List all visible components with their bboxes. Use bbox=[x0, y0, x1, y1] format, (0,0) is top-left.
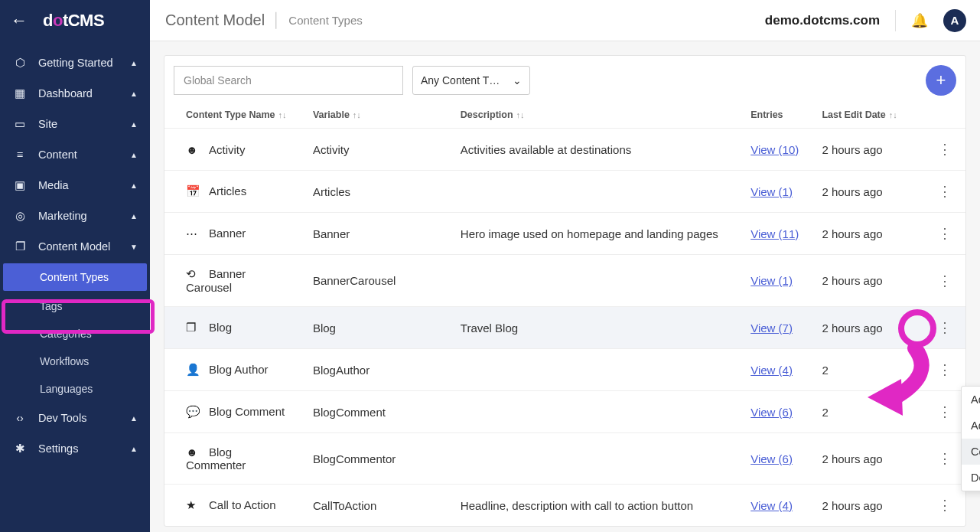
table-row[interactable]: ☻ActivityActivityActivities available at… bbox=[164, 129, 965, 171]
nav-icon: ▭ bbox=[12, 118, 28, 130]
view-entries-link[interactable]: View (6) bbox=[750, 452, 793, 465]
nav-icon: ‹› bbox=[12, 412, 28, 424]
sidebar-item-dashboard[interactable]: ▦Dashboard▲ bbox=[0, 78, 150, 109]
row-menu-button[interactable]: ⋮ bbox=[938, 273, 952, 289]
nav-label: Content Model bbox=[38, 240, 130, 253]
type-variable: CallToAction bbox=[302, 485, 450, 527]
sidebar-item-dev-tools[interactable]: ‹›Dev Tools▲ bbox=[0, 403, 150, 433]
type-name: Blog Author bbox=[209, 363, 269, 376]
type-description: Headline, description with call to actio… bbox=[450, 485, 740, 527]
nav-label: Content bbox=[38, 149, 130, 161]
context-menu-add-to-menu[interactable]: Add to Menu bbox=[962, 413, 980, 439]
sort-icon[interactable]: ↑↓ bbox=[353, 110, 361, 119]
type-variable: Banner bbox=[302, 213, 450, 255]
avatar[interactable]: A bbox=[943, 9, 966, 32]
bell-icon[interactable]: 🔔 bbox=[911, 12, 928, 29]
filter-label: Any Content T… bbox=[421, 74, 500, 86]
view-entries-link[interactable]: View (4) bbox=[750, 499, 793, 512]
sidebar-item-marketing[interactable]: ◎Marketing▲ bbox=[0, 201, 150, 231]
sidebar-subitem-categories[interactable]: Categories bbox=[0, 320, 150, 348]
row-menu-button[interactable]: ⋮ bbox=[938, 184, 952, 199]
view-entries-link[interactable]: View (4) bbox=[750, 364, 793, 377]
nav-label: Marketing bbox=[38, 210, 130, 222]
table-row[interactable]: ❐BlogBlogTravel BlogView (7)2 hours ago⋮ bbox=[164, 307, 965, 349]
view-entries-link[interactable]: View (10) bbox=[750, 143, 799, 156]
sidebar-item-media[interactable]: ▣Media▲ bbox=[0, 170, 150, 201]
type-variable: BlogComment bbox=[302, 391, 450, 433]
add-button[interactable]: + bbox=[926, 65, 956, 96]
table-row[interactable]: 📅ArticlesArticlesView (1)2 hours ago⋮ bbox=[164, 171, 965, 213]
nav-label: Dashboard bbox=[38, 87, 130, 100]
table-row[interactable]: ☻Blog CommenterBlogCommentorView (6)2 ho… bbox=[164, 433, 965, 485]
col-description[interactable]: Description bbox=[461, 109, 513, 120]
type-description bbox=[450, 433, 740, 485]
row-menu-button[interactable]: ⋮ bbox=[938, 320, 952, 335]
type-variable: Blog bbox=[302, 307, 450, 349]
view-entries-link[interactable]: View (11) bbox=[750, 227, 799, 240]
logo: dotCMS bbox=[43, 11, 104, 31]
table-row[interactable]: ⟲Banner CarouselBannerCarouselView (1)2 … bbox=[164, 255, 965, 307]
chevron-up-icon: ▲ bbox=[130, 151, 138, 159]
context-menu-add-to-bundle[interactable]: Add to Bundle bbox=[962, 387, 980, 413]
table-row[interactable]: 💬Blog CommentBlogCommentView (6)2⋮ bbox=[164, 391, 965, 433]
type-description bbox=[450, 255, 740, 307]
sort-icon[interactable]: ↑↓ bbox=[278, 110, 286, 119]
view-entries-link[interactable]: View (1) bbox=[750, 185, 793, 198]
type-variable: BlogAuthor bbox=[302, 349, 450, 391]
nav-icon: ❐ bbox=[12, 240, 28, 253]
chevron-up-icon: ▲ bbox=[130, 181, 138, 190]
sidebar-subitem-languages[interactable]: Languages bbox=[0, 375, 150, 403]
last-edit-date: 2 hours ago bbox=[811, 255, 927, 307]
sort-icon[interactable]: ↑↓ bbox=[516, 110, 525, 119]
row-menu-button[interactable]: ⋮ bbox=[938, 226, 952, 241]
context-menu-delete[interactable]: Delete bbox=[962, 465, 980, 491]
sidebar-item-settings[interactable]: ✱Settings▲ bbox=[0, 433, 150, 464]
sort-icon[interactable]: ↑↓ bbox=[889, 110, 897, 119]
row-menu-button[interactable]: ⋮ bbox=[938, 451, 952, 466]
type-name: Blog Comment bbox=[209, 405, 285, 418]
content-types-table: Content Type Name↑↓ Variable↑↓ Descripti… bbox=[164, 102, 965, 526]
site-name[interactable]: demo.dotcms.com bbox=[765, 13, 880, 28]
type-name: Banner bbox=[209, 227, 246, 240]
nav-label: Settings bbox=[38, 442, 130, 455]
sidebar-item-site[interactable]: ▭Site▲ bbox=[0, 109, 150, 139]
type-icon: ⋯ bbox=[186, 227, 203, 240]
sidebar-subitem-workflows[interactable]: Workflows bbox=[0, 348, 150, 375]
search-input[interactable] bbox=[174, 66, 403, 95]
sidebar-item-getting-started[interactable]: ⬡Getting Started▲ bbox=[0, 47, 150, 78]
sidebar-item-content-model[interactable]: ❐Content Model▼ bbox=[0, 231, 150, 262]
context-menu-copy[interactable]: Copy bbox=[962, 439, 980, 465]
view-entries-link[interactable]: View (7) bbox=[750, 321, 793, 335]
sidebar-item-content[interactable]: ≡Content▲ bbox=[0, 139, 150, 170]
back-arrow-icon[interactable]: ← bbox=[11, 11, 28, 31]
type-icon: 👤 bbox=[186, 363, 203, 377]
row-menu-button[interactable]: ⋮ bbox=[938, 404, 952, 419]
sidebar-subitem-content-types[interactable]: Content Types bbox=[3, 263, 147, 291]
col-variable[interactable]: Variable bbox=[313, 109, 350, 120]
main-content: Any Content T… ⌄ + Content Type Name↑↓ V… bbox=[150, 41, 980, 532]
type-name: Activity bbox=[209, 143, 246, 156]
view-entries-link[interactable]: View (1) bbox=[750, 274, 793, 287]
col-name[interactable]: Content Type Name bbox=[186, 109, 275, 120]
table-row[interactable]: 👤Blog AuthorBlogAuthorView (4)2⋮ bbox=[164, 349, 965, 391]
type-variable: BannerCarousel bbox=[302, 255, 450, 307]
row-menu-button[interactable]: ⋮ bbox=[938, 498, 952, 513]
nav-label: Media bbox=[38, 179, 130, 191]
chevron-up-icon: ▲ bbox=[130, 414, 138, 423]
nav-icon: ≡ bbox=[12, 149, 28, 161]
table-row[interactable]: ★Call to ActionCallToActionHeadline, des… bbox=[164, 485, 965, 527]
view-entries-link[interactable]: View (6) bbox=[750, 406, 793, 419]
table-row[interactable]: ⋯BannerBannerHero image used on homepage… bbox=[164, 213, 965, 255]
col-last-edit[interactable]: Last Edit Date bbox=[822, 109, 885, 120]
col-entries[interactable]: Entries bbox=[750, 109, 783, 120]
row-menu-button[interactable]: ⋮ bbox=[938, 142, 952, 157]
last-edit-date: 2 hours ago bbox=[811, 129, 927, 171]
divider bbox=[895, 10, 896, 31]
topbar-brand: ← dotCMS bbox=[0, 0, 150, 41]
type-variable: BlogCommentor bbox=[302, 433, 450, 485]
type-description: Hero image used on homepage and landing … bbox=[450, 213, 740, 255]
content-type-filter[interactable]: Any Content T… ⌄ bbox=[412, 66, 530, 95]
row-menu-button[interactable]: ⋮ bbox=[938, 362, 952, 377]
sidebar-subitem-tags[interactable]: Tags bbox=[0, 292, 150, 320]
chevron-up-icon: ▲ bbox=[130, 59, 138, 67]
